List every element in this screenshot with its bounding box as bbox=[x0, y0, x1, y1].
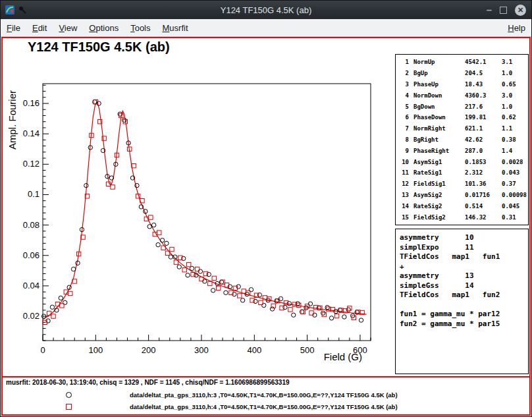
param-row: 12FieldSig1101.360.37 bbox=[400, 179, 528, 190]
svg-text:300: 300 bbox=[194, 345, 209, 355]
svg-text:0.02: 0.02 bbox=[23, 311, 40, 321]
param-row: 15FieldSig2146.320.31 bbox=[400, 211, 528, 223]
param-row: 10AsymSig10.18530.0028 bbox=[400, 156, 528, 167]
menu-item-options[interactable]: Options bbox=[83, 20, 124, 36]
menu-item-musrfit[interactable]: Musrfit bbox=[157, 20, 194, 36]
pin-icon[interactable] bbox=[18, 5, 27, 14]
svg-text:500: 500 bbox=[300, 345, 315, 355]
param-row: 5BgDown217.61.0 bbox=[400, 101, 528, 112]
window-title: Y124 TF150G 4.5K (ab) bbox=[1, 5, 531, 15]
svg-text:0: 0 bbox=[40, 345, 45, 355]
circle-marker-icon bbox=[66, 392, 72, 398]
application-window: Y124 TF150G 4.5K (ab) – ✕ File Edit View… bbox=[0, 0, 532, 417]
legend-row: data/deltat_pta_gps_3110,h:3 ,T0=4.50K,T… bbox=[3, 389, 529, 400]
svg-text:400: 400 bbox=[247, 345, 261, 355]
svg-text:0.06: 0.06 bbox=[23, 250, 40, 260]
param-row: 8BgRight42.620.38 bbox=[400, 134, 528, 146]
menu-item-help[interactable]: Help bbox=[502, 20, 531, 36]
fit-parameter-box: 1NormUp4542.13.12BgUp204.51.03PhaseUp18.… bbox=[395, 54, 529, 225]
svg-text:0.14: 0.14 bbox=[23, 128, 40, 138]
svg-text:0.12: 0.12 bbox=[23, 159, 40, 169]
svg-text:Ampl. Fourier: Ampl. Fourier bbox=[7, 90, 18, 150]
minimize-button[interactable]: – bbox=[487, 7, 492, 13]
maximize-button[interactable] bbox=[500, 7, 507, 14]
menu-item-view[interactable]: View bbox=[53, 20, 83, 36]
svg-text:0.16: 0.16 bbox=[23, 98, 40, 108]
fourier-plot-canvas[interactable]: 01002003004005006000.020.040.060.080.10.… bbox=[3, 38, 398, 381]
window-titlebar[interactable]: Y124 TF150G 4.5K (ab) – ✕ bbox=[1, 1, 531, 19]
svg-text:Field (G): Field (G) bbox=[324, 351, 362, 362]
fit-parameter-rows: 1NormUp4542.13.12BgUp204.51.03PhaseUp18.… bbox=[400, 57, 528, 223]
param-row: 7NormRight621.11.1 bbox=[400, 123, 528, 134]
svg-text:100: 100 bbox=[88, 345, 103, 355]
app-icon bbox=[5, 5, 15, 15]
menubar: File Edit View Options Tools Musrfit Hel… bbox=[1, 19, 531, 37]
menu-item-tools[interactable]: Tools bbox=[124, 20, 156, 36]
param-row: 13AsymSig20.017160.00098 bbox=[400, 190, 528, 201]
menu-item-file[interactable]: File bbox=[1, 20, 26, 36]
theory-text: asymmetry 10 simplExpo 11 TFieldCos map1… bbox=[400, 233, 524, 329]
legend-label-h3: data/deltat_pta_gps_3110,h:3 ,T0=4.50K,T… bbox=[130, 391, 398, 399]
param-row: 4NormDown4360.33.0 bbox=[400, 90, 528, 101]
param-row: 3PhaseUp18.430.65 bbox=[400, 79, 528, 90]
square-marker-icon bbox=[66, 404, 72, 410]
menu-item-edit[interactable]: Edit bbox=[26, 20, 53, 36]
fit-status-line: musrfit: 2018-06-30, 13:19:40, chisq = 1… bbox=[6, 379, 290, 386]
legend-row: data/deltat_pta_gps_3110,h:4 ,T0=4.50K,T… bbox=[3, 401, 529, 412]
svg-text:0.08: 0.08 bbox=[23, 220, 40, 230]
legend-label-h4: data/deltat_pta_gps_3110,h:4 ,T0=4.50K,T… bbox=[130, 403, 398, 410]
theory-box: asymmetry 10 simplExpo 11 TFieldCos map1… bbox=[395, 229, 529, 374]
param-row: 1NormUp4542.13.1 bbox=[400, 57, 528, 68]
param-row: 9PhaseRight287.01.4 bbox=[400, 145, 528, 156]
pad-separator bbox=[1, 376, 531, 377]
svg-text:200: 200 bbox=[142, 345, 156, 355]
param-row: 2BgUp204.51.0 bbox=[400, 68, 528, 79]
svg-text:0.04: 0.04 bbox=[23, 281, 40, 291]
svg-text:0.1: 0.1 bbox=[28, 189, 40, 199]
param-row: 14RateSig20.5140.045 bbox=[400, 200, 528, 211]
root-canvas[interactable]: Y124 TF150G 4.5K (ab) 010020030040050060… bbox=[1, 37, 531, 416]
close-button[interactable]: ✕ bbox=[515, 5, 526, 16]
param-row: 11RateSig12.3120.043 bbox=[400, 167, 528, 179]
param-row: 6PhaseDown199.810.62 bbox=[400, 112, 528, 123]
